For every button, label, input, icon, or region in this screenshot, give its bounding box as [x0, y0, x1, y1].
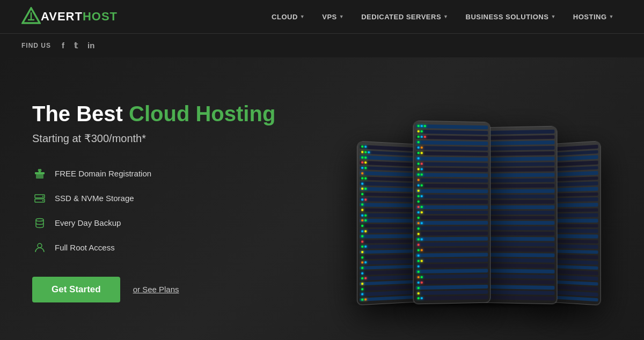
nav-links: CLOUD ▼ VPS ▼ DEDICATED SERVERS ▼ BUSINE… [263, 13, 623, 21]
twitter-link[interactable]: 𝕥 [74, 41, 78, 50]
feature-backup-label: Every Day Backup [55, 218, 121, 227]
find-us-label: FIND US [21, 42, 51, 49]
nav-dedicated[interactable]: DEDICATED SERVERS ▼ [353, 13, 457, 21]
social-nav: FIND US f 𝕥 in [0, 33, 644, 57]
nav-cloud[interactable]: CLOUD ▼ [263, 13, 313, 21]
site-header: AVERTHOST CLOUD ▼ VPS ▼ DEDICATED SERVER… [0, 0, 644, 57]
server-icon [32, 191, 47, 206]
nav-hosting[interactable]: HOSTING ▼ [565, 13, 623, 21]
get-started-button[interactable]: Get Started [32, 277, 120, 302]
servers-graphic [330, 100, 609, 304]
svg-point-7 [42, 195, 43, 196]
gift-icon [32, 166, 47, 181]
chevron-down-icon: ▼ [551, 14, 555, 19]
hero-title-plain: The Best [32, 102, 129, 125]
logo-icon [21, 7, 41, 26]
hero-image [327, 79, 612, 324]
linkedin-link[interactable]: in [87, 41, 94, 50]
see-plans-link[interactable]: or See Plans [133, 285, 179, 294]
main-nav: AVERTHOST CLOUD ▼ VPS ▼ DEDICATED SERVER… [0, 0, 644, 33]
svg-point-10 [38, 243, 42, 248]
chevron-down-icon: ▼ [443, 14, 448, 19]
user-icon [32, 240, 47, 255]
server-rack-3 [480, 125, 558, 304]
feature-root-label: Full Root Access [55, 243, 115, 252]
feature-domain: FREE Domain Registration [32, 166, 327, 181]
facebook-link[interactable]: f [62, 41, 64, 50]
social-links: f 𝕥 in [62, 41, 94, 50]
features-list: FREE Domain Registration SSD & NVMe Stor… [32, 166, 327, 255]
hero-content: The Best Cloud Hosting Starting at ₹300/… [32, 101, 327, 302]
nav-business[interactable]: BUSINESS SOLUTIONS ▼ [457, 13, 565, 21]
logo-text-host: HOST [83, 10, 118, 23]
svg-rect-3 [35, 172, 45, 174]
svg-point-9 [36, 218, 43, 221]
svg-rect-4 [36, 174, 43, 179]
svg-point-8 [42, 199, 43, 201]
chevron-down-icon: ▼ [300, 14, 305, 19]
chevron-down-icon: ▼ [339, 14, 344, 19]
feature-backup: Every Day Backup [32, 216, 327, 231]
feature-ssd: SSD & NVMe Storage [32, 191, 327, 206]
hero-title: The Best Cloud Hosting [32, 101, 327, 127]
nav-vps[interactable]: VPS ▼ [313, 13, 353, 21]
hero-section: The Best Cloud Hosting Starting at ₹300/… [0, 57, 644, 340]
feature-root: Full Root Access [32, 240, 327, 255]
hero-title-green: Cloud Hosting [129, 102, 275, 125]
logo-text-avert: AVERT [41, 10, 83, 23]
server-rack-2 [413, 120, 491, 304]
feature-domain-label: FREE Domain Registration [55, 169, 151, 178]
cta-area: Get Started or See Plans [32, 277, 327, 302]
database-icon [32, 216, 47, 231]
hero-subtitle: Starting at ₹300/month* [32, 132, 327, 145]
chevron-down-icon: ▼ [609, 14, 614, 19]
feature-ssd-label: SSD & NVMe Storage [55, 194, 134, 203]
logo[interactable]: AVERTHOST [21, 7, 118, 26]
